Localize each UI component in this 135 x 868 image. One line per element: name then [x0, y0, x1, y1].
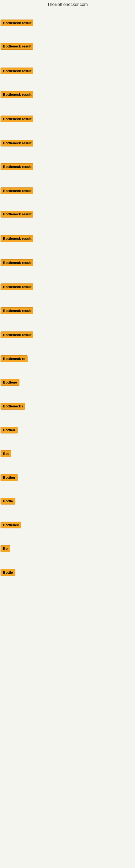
bottleneck-result-row[interactable]: Bot: [1, 450, 11, 458]
bottleneck-result-row[interactable]: Bottle: [1, 498, 15, 506]
bottleneck-result-row[interactable]: Bottleneck result: [1, 140, 33, 148]
bottleneck-result-row[interactable]: Bottleneck result: [1, 163, 33, 171]
bottleneck-result-badge[interactable]: Bo: [1, 545, 10, 552]
bottleneck-result-row[interactable]: Bottleneck result: [1, 211, 33, 219]
bottleneck-result-badge[interactable]: Bottleneck r: [1, 403, 25, 410]
bottleneck-result-badge[interactable]: Bottleneck result: [1, 307, 33, 314]
bottleneck-result-row[interactable]: Bottle: [1, 569, 15, 577]
bottleneck-result-badge[interactable]: Bottleneck result: [1, 259, 33, 266]
bottleneck-result-badge[interactable]: Bottle: [1, 569, 15, 576]
bottleneck-result-row[interactable]: Bottlen: [1, 427, 17, 435]
bottleneck-result-badge[interactable]: Bottlene: [1, 379, 19, 386]
bottleneck-result-badge[interactable]: Bottleneck result: [1, 67, 33, 74]
bottleneck-result-row[interactable]: Bottleneck result: [1, 116, 33, 123]
bottleneck-result-badge[interactable]: Bottleneck result: [1, 332, 33, 338]
bottleneck-result-badge[interactable]: Bottleneck result: [1, 116, 33, 122]
bottleneck-result-badge[interactable]: Bottleneck result: [1, 283, 33, 290]
bottleneck-result-badge[interactable]: Bottle: [1, 498, 15, 504]
bottleneck-result-row[interactable]: Bottleneck re: [1, 355, 28, 363]
site-title: TheBottlenecker.com: [0, 0, 135, 8]
bottleneck-result-row[interactable]: Bottleneck result: [1, 259, 33, 267]
bottleneck-result-badge[interactable]: Bottleneck result: [1, 140, 33, 147]
bottleneck-result-badge[interactable]: Bottleneck result: [1, 20, 33, 26]
bottleneck-result-badge[interactable]: Bottleneck result: [1, 187, 33, 194]
bottleneck-result-badge[interactable]: Bottleneck result: [1, 211, 33, 218]
bottleneck-result-row[interactable]: Bottlenec: [1, 522, 21, 529]
bottleneck-result-row[interactable]: Bottleneck r: [1, 403, 25, 411]
bottleneck-result-badge[interactable]: Bottleneck result: [1, 91, 33, 98]
bottleneck-result-row[interactable]: Bottlen: [1, 474, 17, 482]
bottleneck-result-badge[interactable]: Bottlenec: [1, 522, 21, 528]
bottleneck-result-row[interactable]: Bottleneck result: [1, 235, 33, 243]
bottleneck-result-row[interactable]: Bottlene: [1, 379, 19, 387]
bottleneck-result-badge[interactable]: Bottlen: [1, 474, 17, 481]
bottleneck-result-badge[interactable]: Bottlen: [1, 427, 17, 433]
bottleneck-result-row[interactable]: Bottleneck result: [1, 91, 33, 99]
bottleneck-result-badge[interactable]: Bot: [1, 450, 11, 457]
bottleneck-result-row[interactable]: Bottleneck result: [1, 187, 33, 195]
bottleneck-result-row[interactable]: Bottleneck result: [1, 67, 33, 75]
bottleneck-result-row[interactable]: Bottleneck result: [1, 332, 33, 339]
bottleneck-result-badge[interactable]: Bottleneck result: [1, 163, 33, 170]
bottleneck-result-badge[interactable]: Bottleneck result: [1, 235, 33, 242]
bottleneck-result-badge[interactable]: Bottleneck result: [1, 43, 33, 50]
bottleneck-result-badge[interactable]: Bottleneck re: [1, 355, 28, 362]
bottleneck-result-row[interactable]: Bottleneck result: [1, 20, 33, 27]
bottleneck-result-row[interactable]: Bottleneck result: [1, 283, 33, 291]
bottleneck-result-row[interactable]: Bottleneck result: [1, 43, 33, 51]
bottleneck-result-row[interactable]: Bo: [1, 545, 10, 553]
bottleneck-result-row[interactable]: Bottleneck result: [1, 307, 33, 315]
